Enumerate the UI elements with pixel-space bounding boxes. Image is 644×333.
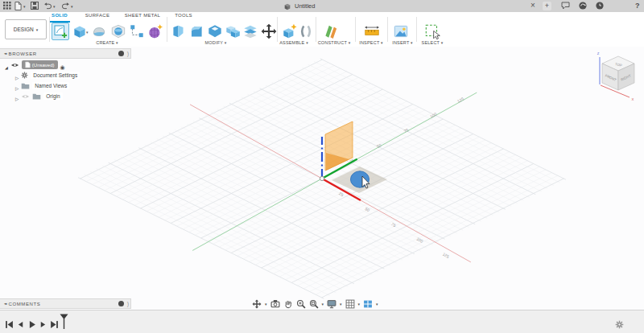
create-sketch-icon [52,23,68,39]
workspace-selector[interactable]: DESIGN [5,19,47,39]
look-at-icon[interactable] [270,299,280,309]
file-menu-caret[interactable] [23,4,26,9]
orbit-icon[interactable] [252,299,262,309]
document-tab[interactable]: Untitled [283,0,315,12]
expand-arrow-icon[interactable] [5,58,8,72]
play-button[interactable] [27,318,36,327]
workspace-selector-label: DESIGN [14,27,34,32]
divider [355,17,356,42]
browser-item-label: Origin [43,92,62,100]
press-pull-button[interactable] [170,23,188,40]
document-root-item[interactable]: (Unsaved) [22,60,58,69]
panel-collapse-icon[interactable] [127,301,129,306]
origin-point[interactable] [320,176,324,180]
sync-status-icon[interactable] [579,2,588,10]
help-icon[interactable]: ? [635,2,640,10]
select-button[interactable] [423,23,441,40]
create-form-sphere-button[interactable] [147,23,164,40]
timeline-marker[interactable] [60,314,68,323]
tab-surface[interactable]: SURFACE [85,13,109,21]
display-settings-menu-caret[interactable] [340,302,342,306]
view-cube[interactable]: TOPFRONTRIGHTZX [597,51,634,101]
redo-menu-caret[interactable] [71,4,73,9]
new-component-icon [281,23,299,40]
grid-and-snaps-icon[interactable] [345,299,355,309]
move-copy-button[interactable] [260,23,278,40]
new-component-button[interactable] [281,23,299,40]
fit-menu-caret[interactable] [322,302,324,306]
group-label-inspect[interactable]: INSPECT [359,40,383,45]
browser-root-row[interactable]: (Unsaved) [5,60,65,69]
browser-row-named-views[interactable]: Named Views [15,81,69,90]
fillet-button[interactable] [188,23,205,40]
create-sketch-button[interactable] [52,23,69,40]
chevron-down-icon [36,27,39,32]
panel-gear-icon[interactable] [118,51,124,56]
undo-icon[interactable] [43,2,52,10]
panel-collapse-icon[interactable] [127,51,129,56]
svg-text:125: 125 [456,96,464,103]
collapse-arrows-icon[interactable] [4,51,6,56]
browser-panel-header[interactable]: BROWSER [0,48,131,59]
combine-button[interactable] [224,23,242,40]
viewports-menu-caret[interactable] [376,302,378,306]
go-to-end-button[interactable] [50,318,59,327]
group-label-assemble[interactable]: ASSEMBLE [279,40,308,45]
app-grid-icon[interactable] [3,2,12,10]
recent-activity-clock-icon[interactable] [596,2,605,10]
pan-hand-icon[interactable] [283,299,293,309]
orbit-menu-caret[interactable] [265,302,267,306]
chevron-down-icon [116,40,118,45]
group-label-select[interactable]: SELECT [422,40,444,45]
redo-icon[interactable] [61,2,70,10]
save-icon[interactable] [31,2,39,10]
zoom-icon[interactable] [296,299,306,309]
select-icon [423,23,441,40]
form-sphere-icon [147,23,164,40]
group-label-construct[interactable]: CONSTRUCT [318,40,351,45]
go-to-start-button[interactable] [5,318,14,327]
step-forward-button[interactable] [39,318,47,327]
divider [277,17,278,42]
panel-gear-icon[interactable] [118,301,124,306]
step-back-button[interactable] [16,318,25,327]
svg-text:X: X [632,97,634,101]
undo-menu-caret[interactable] [53,4,56,9]
file-icon[interactable] [14,2,23,10]
viewports-icon[interactable] [363,299,373,309]
collapse-arrows-icon[interactable] [4,302,6,306]
browser-row-document-settings[interactable]: Document Settings [15,71,80,80]
display-settings-icon[interactable] [327,299,336,309]
group-label-create[interactable]: CREATE [96,40,118,45]
comments-panel-header[interactable]: COMMENTS [0,298,131,309]
expand-arrow-icon[interactable] [15,89,19,104]
comments-bubble-icon[interactable] [561,2,570,10]
create-revolve-button[interactable] [109,23,127,40]
measure-button[interactable] [363,23,381,40]
create-pipe-button[interactable] [128,23,146,40]
split-body-button[interactable] [242,23,259,40]
svg-text:100: 100 [415,236,423,244]
tab-solid[interactable]: SOLID [52,13,68,21]
fit-icon[interactable] [309,299,319,309]
visibility-eye-icon[interactable] [10,62,19,68]
activate-component-icon[interactable] [60,58,65,72]
browser-row-origin[interactable]: Origin [15,92,63,101]
shell-button[interactable] [206,23,224,40]
close-tab-icon[interactable] [530,1,535,10]
create-box-caret[interactable] [86,30,89,35]
tab-sheet-metal[interactable]: SHEET METAL [125,13,160,21]
viewport-scene[interactable]: 252550507575100100125125TOPFRONTRIGHTZX [0,47,644,310]
group-label-modify[interactable]: MODIFY [205,40,227,45]
grid-and-snaps-menu-caret[interactable] [358,302,361,306]
visibility-eye-icon[interactable] [21,93,30,100]
tab-tools[interactable]: TOOLS [175,13,192,21]
joint-button[interactable] [297,23,315,40]
new-tab-icon[interactable] [543,2,551,10]
construct-plane-button[interactable] [322,23,340,40]
timeline-settings-gear-icon[interactable] [615,318,624,327]
create-form-button[interactable] [90,23,108,40]
insert-image-button[interactable] [392,23,410,40]
pipe-path-icon [128,23,146,40]
group-label-insert[interactable]: INSERT [392,40,413,45]
